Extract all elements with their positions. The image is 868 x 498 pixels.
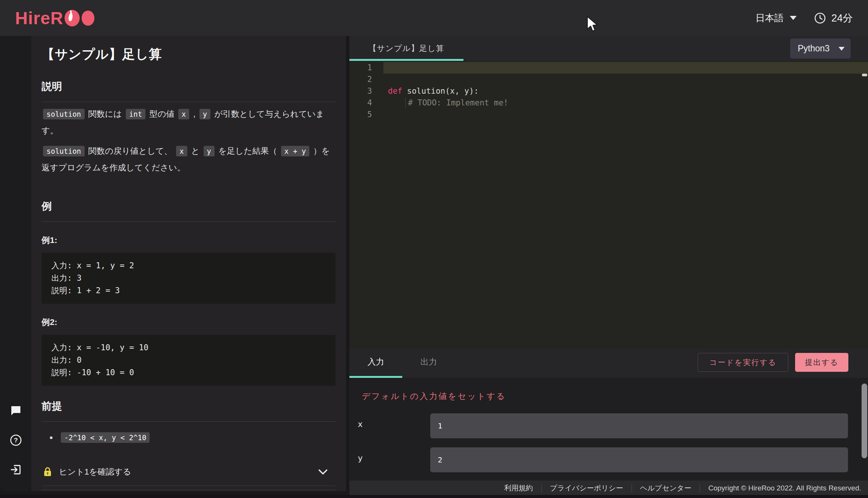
timer-label: 24分 [831,11,853,25]
language-selector[interactable]: 日本語 [755,12,797,24]
problem-panel: 【サンプル】足し算 説明 solution 関数には int 型の値 x , y… [31,36,346,491]
example-2-label: 例2: [42,317,335,328]
language-dropdown[interactable]: Python3 [790,39,851,59]
editor-line-2: 2 [349,74,868,85]
logout-icon [10,464,22,476]
editor-tab-label: 【サンプル】足し算 [369,43,444,54]
editor-line-5: 5 [349,109,868,121]
inline-code-chip: x + y [281,146,309,156]
code-token: solution(x, y): [402,87,479,96]
tab-input-label: 入力 [368,356,384,368]
copyright-text: Copyright © HireRoo 2022. All Rights Res… [700,484,863,492]
chevron-down-icon [839,47,845,51]
keyword-token: def [388,87,402,96]
hint-label: ヒント1を確認する [59,466,131,478]
divider [42,486,335,486]
chevron-down-icon[interactable] [318,469,328,475]
problem-title: 【サンプル】足し算 [42,46,335,63]
editor-line-1: 1 [349,62,868,74]
lock-icon [43,467,52,477]
hint-accordion[interactable]: ヒント1を確認する [42,462,335,481]
input-row-x: x [349,413,868,438]
example-line: 説明: -10 + 10 = 0 [51,367,326,379]
tab-output[interactable]: 出力 [402,348,455,376]
inline-code-chip: y [204,146,215,156]
line-number: 4 [349,97,383,109]
window-bottom-edge [0,495,868,498]
indent-guide [405,98,406,108]
run-code-button[interactable]: コードを実行する [698,353,788,372]
inline-code-chip: x [178,109,189,119]
editor-line-3: 3 def solution(x, y): [349,85,868,97]
language-label: 日本語 [755,12,784,24]
action-buttons: コードを実行する 提出する [698,353,848,372]
clock-icon [814,12,826,24]
tab-input[interactable]: 入力 [349,348,402,376]
logo-dot-icon [82,11,94,26]
help-button[interactable]: ? [9,434,22,447]
top-header: HireR 日本語 24分 [0,0,868,36]
left-rail: ? [0,36,31,491]
inline-code-chip: y [199,109,210,119]
example-line: 出力: 3 [51,272,326,285]
inline-code-chip: int [126,109,145,119]
app-window: HireR 日本語 24分 [0,0,868,498]
editor-scrollbar-thumb[interactable] [862,74,867,76]
editor-tab[interactable]: 【サンプル】足し算 [349,36,463,61]
submit-button[interactable]: 提出する [795,353,848,372]
console-header: 入力 出力 コードを実行する 提出する [349,348,868,378]
example-line: 出力: 0 [51,354,326,367]
constraint-chip: -2^10 < x, y < 2^10 [61,432,150,443]
logo-text: HireR [15,8,63,28]
divider [42,102,335,102]
language-dropdown-label: Python3 [798,43,829,54]
question-mark-icon: ? [10,434,22,446]
tab-output-label: 出力 [420,356,437,368]
bullet-icon [50,436,53,439]
header-right: 日本語 24分 [755,11,853,25]
exit-button[interactable] [9,463,22,476]
example-1-block: 入力: x = 1, y = 2 出力: 3 説明: 1 + 2 = 3 [42,253,335,304]
chat-button[interactable] [9,404,22,417]
inline-code-chip: solution [43,146,85,156]
description-heading: 説明 [42,80,335,93]
input-x-field[interactable] [430,413,848,438]
privacy-policy-link[interactable]: プライバシーポリシー [542,484,632,492]
footer: 利用規約 プライバシーポリシー ヘルプセンター Copyright © Hire… [349,481,868,496]
example-1-label: 例1: [42,235,335,246]
console-body: デフォルトの入力値をセットする x y [349,378,868,482]
divider [42,490,335,490]
code-editor[interactable]: 1 2 3 def solution(x, y): 4 # TODO: Impl… [349,61,868,384]
description-paragraph-2: solution 関数の戻り値として、 x と y を足した結果（ x + y … [42,143,335,176]
comment-token: # TODO: Implement me! [408,98,508,107]
set-default-inputs-link[interactable]: デフォルトの入力値をセットする [362,391,506,402]
inline-code-chip: x [176,146,187,156]
line-number: 3 [349,85,383,97]
example-line: 入力: x = -10, y = 10 [51,342,326,354]
example-2-block: 入力: x = -10, y = 10 出力: 0 説明: -10 + 10 =… [42,335,335,386]
line-number: 5 [349,109,383,121]
constraints-heading: 前提 [42,399,335,413]
hireroo-logo[interactable]: HireR [15,8,94,28]
line-number: 2 [349,74,383,85]
input-y-label: y [358,453,363,463]
svg-text:?: ? [14,437,17,444]
input-y-field[interactable] [430,447,848,472]
logo-rabbit-icon [65,10,80,26]
examples-heading: 例 [42,200,335,213]
chat-bubble-icon [10,405,22,416]
console-scrollbar-thumb[interactable] [862,384,867,458]
example-line: 説明: 1 + 2 = 3 [51,285,326,297]
divider [42,421,335,422]
editor-pane: 【サンプル】足し算 Python3 1 2 3 def [349,36,868,498]
divider [42,221,335,222]
terms-link[interactable]: 利用規約 [496,484,542,492]
chevron-down-icon [790,16,797,20]
editor-tabbar: 【サンプル】足し算 Python3 [349,36,868,61]
inline-code-chip: solution [43,109,85,119]
input-row-y: y [349,447,868,472]
timer: 24分 [814,11,853,25]
constraint-item: -2^10 < x, y < 2^10 [50,432,335,443]
line-number: 1 [349,62,383,74]
help-center-link[interactable]: ヘルプセンター [632,484,700,492]
